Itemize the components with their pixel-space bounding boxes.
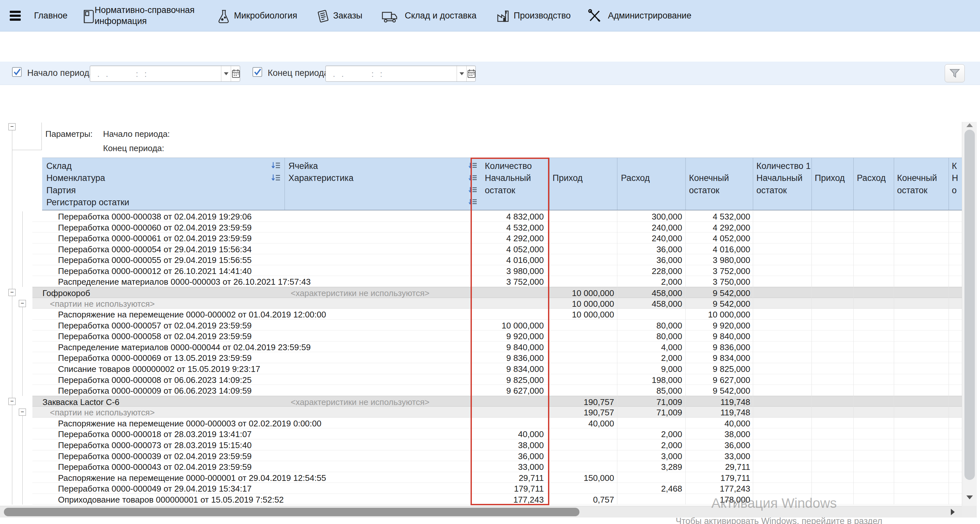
- table-row[interactable]: Переработка 0000-000058 от 02.04.2019 23…: [32, 330, 962, 341]
- table-row[interactable]: Переработка 0000-000008 от 06.06.2023 14…: [32, 374, 962, 385]
- row-label: Переработка 0000-000043 от 02.04.2019 23…: [58, 462, 251, 472]
- vertical-scrollbar[interactable]: [962, 122, 977, 506]
- horizontal-scroll-thumb[interactable]: [4, 508, 579, 516]
- row-label: Переработка 0000-000055 от 29.04.2019 15…: [58, 255, 251, 265]
- column-divider: [811, 158, 812, 210]
- cell-r: 4,000: [617, 342, 682, 352]
- table-row[interactable]: Оприходование товаров 000000001 от 15.05…: [32, 494, 962, 505]
- group-expander[interactable]: −: [8, 398, 16, 405]
- table-row[interactable]: <партии не используются>190,75771,009119…: [32, 407, 962, 418]
- cell-r: 458,000: [617, 299, 682, 309]
- subgroup-expander[interactable]: −: [19, 300, 26, 307]
- table-row[interactable]: Переработка 0000-000012 от 26.10.2021 14…: [32, 265, 962, 276]
- param-start-label: Начало периода:: [103, 129, 170, 139]
- row-label: Переработка 0000-000057 от 02.04.2019 23…: [58, 321, 251, 331]
- table-row[interactable]: Переработка 0000-000018 от 28.03.2019 13…: [32, 428, 962, 440]
- microbiology-flask-icon: [216, 8, 231, 24]
- start-period-input[interactable]: . . : :: [90, 65, 240, 82]
- table-row[interactable]: Распределение материалов 0000-000003 от …: [32, 276, 962, 287]
- sort-icon[interactable]: [468, 161, 478, 170]
- end-period-input[interactable]: . . : :: [325, 65, 476, 82]
- chevron-down-icon: [460, 72, 464, 75]
- header-kolichestvo1: Количество 1: [756, 161, 811, 172]
- cell-r: 228,000: [617, 266, 682, 276]
- table-row[interactable]: Переработка 0000-000061 от 02.04.2019 23…: [32, 233, 962, 244]
- column-divider: [853, 158, 854, 210]
- scroll-right-arrow[interactable]: [951, 509, 955, 515]
- collapse-report-button[interactable]: −: [8, 123, 16, 131]
- menu-item-nsi[interactable]: Нормативно-справочная информация: [95, 5, 211, 27]
- header-kolichestvo-ostatok: остаток: [485, 185, 515, 196]
- table-row[interactable]: Переработка 0000-000039 от 02.04.2019 23…: [32, 451, 962, 462]
- table-row[interactable]: Переработка 0000-000069 от 13.05.2019 23…: [32, 352, 962, 363]
- sort-icon[interactable]: [468, 198, 478, 206]
- menu-item-glavnoe[interactable]: Главное: [34, 11, 67, 21]
- row-label: Распоряжение на перемещение 0000-000001 …: [58, 473, 326, 483]
- scroll-down-arrow[interactable]: [966, 495, 973, 499]
- gridline: [686, 211, 686, 505]
- cell-n: 4 292,000: [479, 234, 544, 244]
- sort-icon[interactable]: [468, 186, 478, 194]
- sort-icon[interactable]: [271, 161, 281, 170]
- table-row[interactable]: Переработка 0000-000049 от 29.04.2019 15…: [32, 483, 962, 494]
- table-row[interactable]: Переработка 0000-000043 от 02.04.2019 23…: [32, 461, 962, 472]
- cell-k: 9 834,000: [686, 353, 750, 363]
- start-period-checkbox[interactable]: [12, 67, 23, 78]
- sort-icon[interactable]: [271, 174, 281, 182]
- table-row[interactable]: <партии не используются>10 000,000458,00…: [32, 298, 962, 309]
- table-row[interactable]: Переработка 0000-000057 от 02.04.2019 23…: [32, 320, 962, 331]
- subgroup-expander[interactable]: −: [19, 409, 26, 416]
- table-row[interactable]: Переработка 0000-000073 от 28.03.2019 15…: [32, 440, 962, 451]
- scroll-up-arrow[interactable]: [966, 123, 973, 127]
- warehouse-truck-icon: [381, 10, 399, 24]
- table-row[interactable]: Переработка 0000-000055 от 29.04.2019 15…: [32, 254, 962, 265]
- table-row[interactable]: Распоряжение на перемещение 0000-000001 …: [32, 472, 962, 483]
- menu-item-administration[interactable]: Администрирование: [608, 11, 691, 21]
- column-divider: [617, 158, 617, 210]
- sort-icon[interactable]: [468, 174, 478, 182]
- row-label: Переработка 0000-000058 от 02.04.2019 23…: [58, 331, 251, 341]
- table-row[interactable]: Распределение материалов 0000-000044 от …: [32, 341, 962, 352]
- table-header[interactable]: Склад Номенклатура Партия Регистратор ос…: [42, 158, 962, 210]
- row-label: Переработка 0000-000073 от 28.03.2019 15…: [58, 440, 251, 451]
- menu-item-orders[interactable]: Заказы: [333, 11, 362, 21]
- menu-item-microbiology[interactable]: Микробиология: [234, 11, 297, 21]
- menu-item-production[interactable]: Производство: [514, 11, 571, 21]
- column-divider: [285, 158, 285, 210]
- cell-p: 10 000,000: [549, 288, 614, 298]
- row-label: Переработка 0000-000039 от 02.04.2019 23…: [58, 451, 251, 462]
- cell-r: 300,000: [617, 212, 682, 222]
- hamburger-menu-icon[interactable]: [8, 9, 23, 22]
- vertical-scroll-thumb[interactable]: [964, 130, 975, 480]
- header-registrator: Регистратор остатки: [46, 197, 129, 208]
- group-expander[interactable]: −: [8, 289, 16, 296]
- menu-item-warehouse[interactable]: Склад и доставка: [405, 11, 476, 21]
- row-label: Распоряжение на перемещение 0000-000003 …: [58, 419, 321, 428]
- header-nomenklatura: Номенклатура: [46, 173, 105, 183]
- cell-n: 29,711: [479, 473, 544, 483]
- table-row[interactable]: Закваска Lactor C-6<характеристики не ис…: [32, 396, 962, 407]
- table-row[interactable]: Распоряжение на перемещение 0000-000003 …: [32, 418, 962, 428]
- cell-r: 36,000: [617, 244, 682, 255]
- end-period-checkbox[interactable]: [252, 67, 263, 78]
- table-row[interactable]: Переработка 0000-000038 от 02.04.2019 19…: [32, 211, 962, 222]
- end-period-dropdown[interactable]: [457, 66, 466, 81]
- table-row[interactable]: Распоряжение на перемещение 0000-000002 …: [32, 309, 962, 320]
- cell-r: 240,000: [617, 234, 682, 244]
- table-row[interactable]: Переработка 0000-000009 от 06.06.2023 14…: [32, 385, 962, 396]
- start-period-dropdown[interactable]: [221, 66, 231, 81]
- table-row[interactable]: Переработка 0000-000054 от 29.04.2019 15…: [32, 244, 962, 255]
- cell-r: 458,000: [617, 288, 682, 298]
- table-row[interactable]: Списание товаров 000000002 от 15.05.2019…: [32, 363, 962, 374]
- table-row[interactable]: Переработка 0000-000060 от 02.04.2019 23…: [32, 222, 962, 233]
- header-prihod: Приход: [552, 173, 583, 183]
- horizontal-scrollbar[interactable]: [0, 506, 962, 518]
- chevron-down-icon: [224, 72, 229, 75]
- cell-k: 38,000: [686, 429, 750, 440]
- table-row[interactable]: Гофрокороб<характеристики не используютс…: [32, 287, 962, 298]
- end-period-calendar-button[interactable]: [466, 66, 476, 81]
- start-period-calendar-button[interactable]: [231, 66, 240, 81]
- cell-r: 80,000: [617, 321, 682, 331]
- filter-settings-button[interactable]: [945, 64, 965, 82]
- cell-n: 4 532,000: [479, 223, 544, 233]
